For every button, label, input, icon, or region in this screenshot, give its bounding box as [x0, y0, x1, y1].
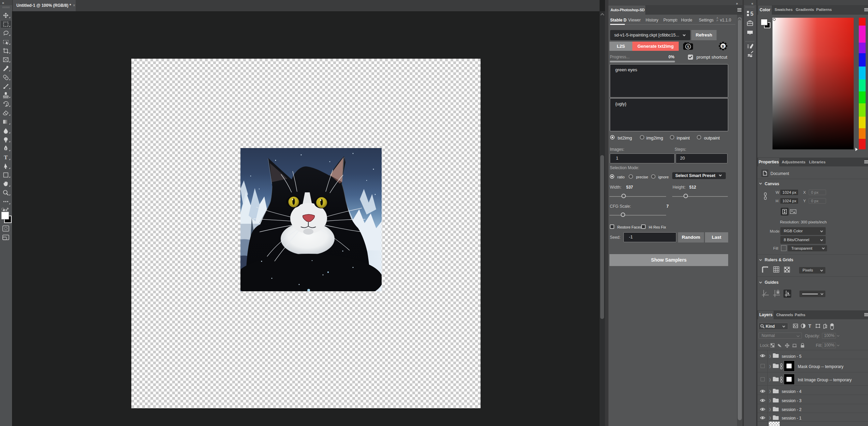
svg-text:R: R — [721, 44, 725, 49]
svg-text:»: » — [2, 1, 4, 5]
svg-text:S: S — [687, 44, 689, 49]
svg-text:5: 5 — [750, 11, 753, 17]
svg-text:T: T — [808, 323, 811, 329]
svg-text:T: T — [4, 154, 8, 161]
